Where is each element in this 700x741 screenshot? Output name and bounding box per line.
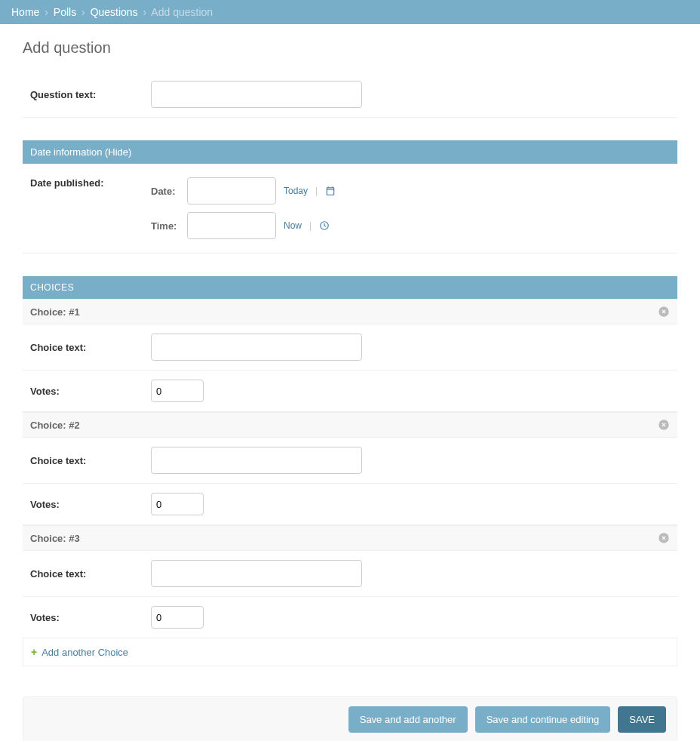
- choice-item: Choice: #2 Choice text: Votes:: [23, 412, 677, 525]
- votes-row: Votes:: [23, 484, 677, 525]
- date-published-row: Date published: Date: Today | Time: Now …: [23, 164, 677, 254]
- clock-icon[interactable]: [319, 220, 330, 231]
- date-row: Date: Today |: [151, 177, 336, 204]
- votes-row: Votes:: [23, 370, 677, 412]
- choice-2-votes-input[interactable]: [151, 493, 204, 515]
- choice-header-label: Choice: #1: [30, 306, 80, 318]
- page-title: Add question: [23, 39, 677, 57]
- main-content: Add question Question text: Date informa…: [0, 24, 700, 741]
- calendar-icon[interactable]: [325, 186, 336, 196]
- choices-module: CHOICES Choice: #1 Choice text: Votes: C…: [23, 276, 677, 666]
- save-continue-button[interactable]: Save and continue editing: [475, 706, 611, 733]
- plus-icon: +: [31, 646, 37, 658]
- delete-icon[interactable]: [658, 532, 670, 544]
- save-button[interactable]: SAVE: [618, 706, 666, 733]
- now-link[interactable]: Now: [284, 220, 302, 231]
- delete-icon[interactable]: [658, 419, 670, 431]
- date-information-header: Date information (Hide): [23, 140, 677, 164]
- votes-row: Votes:: [23, 597, 677, 638]
- date-published-label: Date published:: [30, 177, 151, 189]
- submit-row: Save and add another Save and continue e…: [23, 696, 677, 741]
- breadcrumb-polls[interactable]: Polls: [54, 6, 76, 18]
- question-text-input[interactable]: [151, 81, 362, 108]
- choice-2-text-input[interactable]: [151, 447, 362, 474]
- breadcrumb-separator: ›: [143, 6, 147, 18]
- today-link[interactable]: Today: [284, 186, 308, 196]
- choice-3-text-input[interactable]: [151, 560, 362, 587]
- shortcut-separator: |: [309, 220, 312, 231]
- choice-2-header: Choice: #2: [23, 412, 677, 438]
- add-another-row: + Add another Choice: [23, 638, 677, 666]
- time-row: Time: Now |: [151, 212, 336, 239]
- breadcrumb-home[interactable]: Home: [11, 6, 39, 18]
- question-text-label: Question text:: [30, 89, 151, 100]
- breadcrumb-questions[interactable]: Questions: [91, 6, 138, 18]
- shortcut-separator: |: [315, 186, 318, 196]
- votes-label: Votes:: [30, 386, 151, 397]
- datetime-group: Date: Today | Time: Now |: [151, 177, 336, 239]
- time-input[interactable]: [187, 212, 276, 239]
- question-text-row: Question text:: [23, 72, 677, 118]
- save-add-another-button[interactable]: Save and add another: [348, 706, 468, 733]
- breadcrumb-current: Add question: [151, 6, 213, 18]
- choice-3-votes-input[interactable]: [151, 606, 204, 629]
- date-sublabel: Date:: [151, 186, 180, 197]
- time-sublabel: Time:: [151, 220, 180, 232]
- add-another-label: Add another Choice: [41, 647, 128, 658]
- delete-icon[interactable]: [658, 306, 670, 318]
- breadcrumb-separator: ›: [45, 6, 48, 18]
- date-information-module: Date information (Hide) Date published: …: [23, 140, 677, 254]
- choice-text-label: Choice text:: [30, 455, 151, 466]
- votes-label: Votes:: [30, 499, 151, 510]
- question-module: Question text:: [23, 72, 677, 118]
- choice-text-row: Choice text:: [23, 324, 677, 370]
- choice-text-label: Choice text:: [30, 342, 151, 353]
- hide-toggle[interactable]: (Hide): [105, 146, 131, 158]
- breadcrumb-separator: ›: [81, 6, 85, 18]
- votes-label: Votes:: [30, 612, 151, 623]
- choice-3-header: Choice: #3: [23, 525, 677, 551]
- choice-header-label: Choice: #3: [30, 533, 80, 544]
- choice-1-votes-input[interactable]: [151, 380, 204, 402]
- date-info-title: Date information: [30, 146, 102, 158]
- breadcrumb: Home › Polls › Questions › Add question: [0, 0, 700, 24]
- choice-item: Choice: #1 Choice text: Votes:: [23, 299, 677, 412]
- choice-text-row: Choice text:: [23, 438, 677, 484]
- choice-text-label: Choice text:: [30, 568, 151, 580]
- choice-header-label: Choice: #2: [30, 420, 80, 431]
- choice-item: Choice: #3 Choice text: Votes:: [23, 525, 677, 638]
- date-input[interactable]: [187, 177, 276, 204]
- choice-text-row: Choice text:: [23, 551, 677, 597]
- add-another-choice-link[interactable]: + Add another Choice: [31, 646, 128, 658]
- choice-1-text-input[interactable]: [151, 334, 362, 361]
- choices-header: CHOICES: [23, 276, 677, 299]
- choice-1-header: Choice: #1: [23, 299, 677, 324]
